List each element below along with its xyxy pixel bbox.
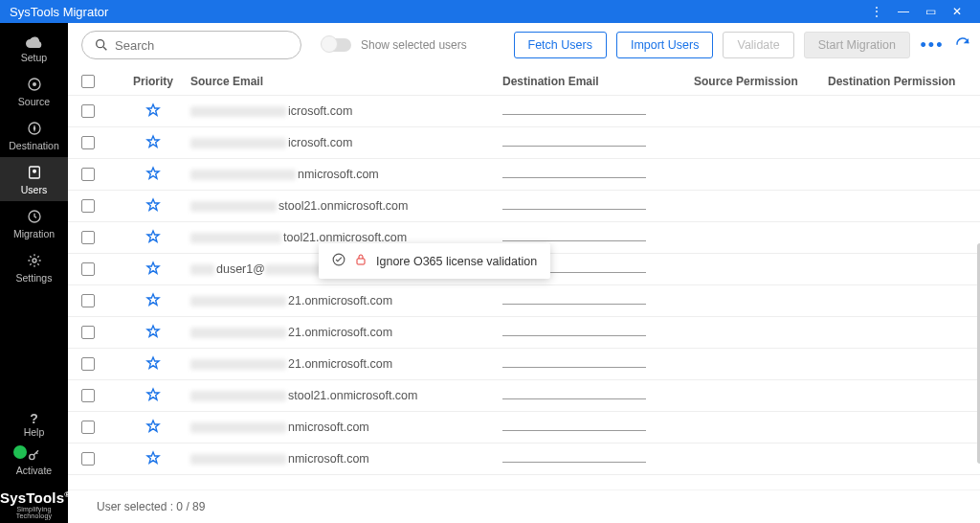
- col-source-permission[interactable]: Source Permission: [694, 75, 828, 88]
- row-checkbox[interactable]: [81, 357, 95, 371]
- svg-point-1: [33, 82, 36, 86]
- priority-star-icon[interactable]: [145, 455, 161, 468]
- select-all-checkbox[interactable]: [81, 75, 95, 88]
- minimize-button[interactable]: —: [890, 5, 917, 18]
- row-checkbox[interactable]: [81, 452, 95, 466]
- row-checkbox[interactable]: [81, 199, 95, 213]
- row-checkbox[interactable]: [81, 262, 95, 276]
- check-circle-icon: [332, 253, 345, 269]
- dest-email-cell[interactable]: [502, 140, 694, 147]
- priority-star-icon[interactable]: [145, 139, 161, 152]
- lock-icon: [355, 253, 367, 269]
- dest-email-cell[interactable]: [502, 298, 694, 305]
- import-users-button[interactable]: Import Users: [616, 32, 714, 58]
- svg-point-4: [33, 170, 36, 173]
- col-dest-email[interactable]: Destination Email: [502, 75, 694, 88]
- table-row[interactable]: xstool21.onmicrosoft.com: [68, 191, 980, 222]
- row-checkbox[interactable]: [81, 168, 95, 181]
- search-icon: [94, 37, 109, 53]
- table-row[interactable]: x21.onmicrosoft.com: [68, 317, 980, 349]
- col-priority[interactable]: Priority: [120, 75, 187, 88]
- table-row[interactable]: xicrosoft.com: [68, 96, 980, 127]
- context-tooltip[interactable]: Ignore O365 license validation: [319, 243, 550, 279]
- fetch-users-button[interactable]: Fetch Users: [514, 32, 607, 58]
- priority-star-icon[interactable]: [145, 202, 161, 216]
- row-checkbox[interactable]: [81, 421, 95, 434]
- col-source-email[interactable]: Source Email: [187, 75, 502, 88]
- maximize-button[interactable]: ▭: [917, 5, 944, 18]
- search-wrap: [81, 31, 301, 59]
- dest-email-cell[interactable]: [502, 361, 694, 368]
- sidebar-item-setup[interactable]: Setup: [0, 29, 68, 69]
- table-header: Priority Source Email Destination Email …: [68, 67, 980, 96]
- sidebar-item-migration[interactable]: Migration: [0, 201, 68, 245]
- sidebar-item-users[interactable]: Users: [0, 157, 68, 201]
- source-email-cell: xstool21.onmicrosoft.com: [187, 389, 502, 402]
- source-email-cell: xtool21.onmicrosoft.com: [187, 231, 502, 244]
- row-checkbox[interactable]: [81, 389, 95, 402]
- sidebar-item-label: Help: [24, 426, 45, 438]
- priority-star-icon[interactable]: [145, 423, 161, 437]
- title-bar: SysTools Migrator ⋮ — ▭ ✕: [0, 0, 980, 23]
- search-input[interactable]: [115, 38, 289, 53]
- source-email-cell: x21.onmicrosoft.com: [187, 326, 502, 339]
- priority-star-icon[interactable]: [145, 171, 161, 184]
- dest-email-cell[interactable]: [502, 235, 694, 241]
- refresh-button[interactable]: [954, 35, 971, 56]
- compass-icon: [27, 121, 42, 136]
- status-dot-icon: [13, 445, 27, 459]
- priority-star-icon[interactable]: [145, 360, 161, 374]
- dest-email-cell[interactable]: [502, 456, 694, 463]
- row-checkbox[interactable]: [81, 104, 95, 118]
- sidebar-item-label: Activate: [16, 465, 52, 476]
- table-row[interactable]: xicrosoft.com: [68, 127, 980, 159]
- source-email-cell: xstool21.onmicrosoft.com: [187, 199, 502, 213]
- table-row[interactable]: xstool21.onmicrosoft.com: [68, 380, 980, 412]
- row-checkbox[interactable]: [81, 231, 95, 244]
- show-selected-toggle[interactable]: [323, 38, 351, 52]
- priority-star-icon[interactable]: [145, 392, 161, 405]
- close-button[interactable]: ✕: [944, 5, 970, 18]
- col-dest-permission[interactable]: Destination Permission: [828, 75, 971, 88]
- priority-star-icon[interactable]: [145, 234, 161, 247]
- dest-email-cell[interactable]: [502, 108, 694, 115]
- priority-star-icon[interactable]: [145, 297, 161, 310]
- table-row[interactable]: xnmicrosoft.com: [68, 443, 980, 475]
- help-icon: ?: [0, 411, 68, 426]
- dest-email-cell[interactable]: [502, 171, 694, 178]
- row-checkbox[interactable]: [81, 294, 95, 307]
- priority-star-icon[interactable]: [145, 329, 161, 342]
- table-row[interactable]: xnmicrosoft.com: [68, 159, 980, 191]
- dest-email-cell[interactable]: [502, 393, 694, 399]
- footer: User selected : 0 / 89: [68, 489, 980, 523]
- svg-rect-10: [357, 259, 365, 264]
- tooltip-text: Ignore O365 license validation: [376, 255, 537, 268]
- source-email-cell: xicrosoft.com: [187, 104, 502, 118]
- sidebar-item-settings[interactable]: Settings: [0, 245, 68, 289]
- table-row[interactable]: x21.onmicrosoft.com: [68, 349, 980, 380]
- gear-icon: [27, 253, 42, 268]
- priority-star-icon[interactable]: [145, 107, 161, 121]
- key-icon: [27, 447, 42, 463]
- cloud-icon: [26, 36, 43, 48]
- sidebar-item-destination[interactable]: Destination: [0, 113, 68, 157]
- sidebar-item-source[interactable]: Source: [0, 69, 68, 113]
- sidebar-item-label: Setup: [21, 52, 47, 63]
- svg-point-6: [33, 259, 36, 262]
- table-row[interactable]: x21.onmicrosoft.com: [68, 285, 980, 317]
- dest-email-cell[interactable]: [502, 424, 694, 431]
- sidebar-item-label: Destination: [9, 140, 59, 151]
- more-menu-button[interactable]: •••: [920, 35, 945, 56]
- sidebar-item-help[interactable]: ? Help: [0, 403, 68, 443]
- table-row[interactable]: xnmicrosoft.com: [68, 412, 980, 443]
- dest-email-cell[interactable]: [502, 203, 694, 210]
- sidebar-item-activate[interactable]: Activate: [0, 443, 68, 484]
- row-checkbox[interactable]: [81, 136, 95, 149]
- more-vertical-icon[interactable]: ⋮: [863, 5, 890, 18]
- clock-icon: [27, 209, 42, 224]
- main-panel: Show selected users Fetch Users Import U…: [68, 23, 980, 523]
- dest-email-cell[interactable]: [502, 330, 694, 336]
- target-icon: [27, 77, 42, 92]
- row-checkbox[interactable]: [81, 326, 95, 339]
- priority-star-icon[interactable]: [145, 265, 161, 279]
